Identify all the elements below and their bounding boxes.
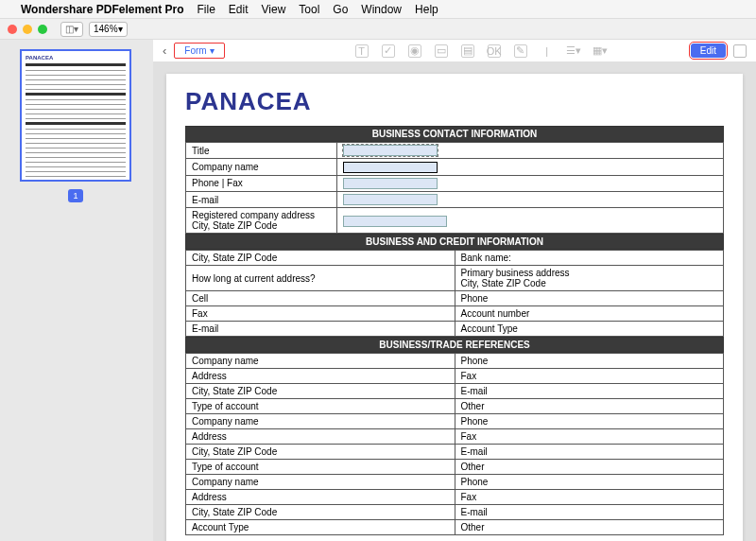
- maximize-window-button[interactable]: [38, 25, 47, 34]
- checkbox-tool-icon[interactable]: ✓: [382, 44, 395, 58]
- form-field-email[interactable]: [343, 194, 438, 205]
- document-canvas[interactable]: PANACEA BUSINESS CONTACT INFORMATION Tit…: [153, 62, 756, 541]
- separator: |: [541, 44, 554, 58]
- zoom-level[interactable]: 146% ▾: [89, 22, 128, 37]
- row-label-right: Phone: [455, 414, 724, 429]
- menu-file[interactable]: File: [198, 3, 215, 16]
- row-label: Title: [186, 143, 337, 159]
- row-label-left: Type of account: [186, 399, 455, 414]
- menu-go[interactable]: Go: [333, 3, 348, 16]
- row-label-left: Account Type: [186, 520, 455, 535]
- chevron-down-icon: ▾: [210, 45, 215, 56]
- row-label-right: E-mail: [455, 445, 724, 460]
- row-label-right: Fax: [455, 369, 724, 384]
- menubar: Wondershare PDFelement Pro File Edit Vie…: [0, 0, 756, 19]
- section-header: BUSINESS/TRADE REFERENCES: [185, 337, 724, 353]
- menu-tool[interactable]: Tool: [299, 3, 319, 16]
- row-label-left: Cell: [186, 291, 455, 306]
- app-name[interactable]: Wondershare PDFelement Pro: [21, 3, 184, 16]
- row-label-right: Fax: [455, 490, 724, 505]
- row-label-right: Primary business address City, State ZIP…: [455, 266, 724, 291]
- row-label-left: Company name: [186, 414, 455, 429]
- section1-table: Title Company name Phone | Fax E-mail Re…: [185, 142, 724, 234]
- section3-table: Company namePhoneAddressFaxCity, State Z…: [185, 353, 724, 535]
- pdf-page: PANACEA BUSINESS CONTACT INFORMATION Tit…: [166, 74, 743, 541]
- row-label-right: Bank name:: [455, 251, 724, 266]
- listbox-tool-icon[interactable]: ▤: [461, 44, 474, 58]
- row-label-left: City, State ZIP Code: [186, 505, 455, 520]
- menu-window[interactable]: Window: [361, 3, 402, 16]
- section-header: BUSINESS CONTACT INFORMATION: [185, 126, 724, 142]
- radio-tool-icon[interactable]: ◉: [408, 44, 421, 58]
- row-label-left: Address: [186, 490, 455, 505]
- menu-view[interactable]: View: [262, 3, 286, 16]
- row-label-right: Account Type: [455, 322, 724, 337]
- section-header: BUSINESS AND CREDIT INFORMATION: [185, 234, 724, 250]
- page-thumbnail[interactable]: PANACEA: [20, 49, 131, 182]
- signature-tool-icon[interactable]: ✎: [514, 44, 527, 58]
- row-label-left: City, State ZIP Code: [186, 445, 455, 460]
- row-label-right: Other: [455, 399, 724, 414]
- edit-button[interactable]: Edit: [691, 44, 726, 58]
- traffic-lights: [8, 25, 47, 34]
- button-tool-icon[interactable]: OK: [488, 44, 501, 58]
- row-label-right: Fax: [455, 429, 724, 445]
- form-field-phone[interactable]: [343, 178, 438, 189]
- section2-table: City, State ZIP CodeBank name:How long a…: [185, 250, 724, 337]
- row-label: Company name: [186, 159, 337, 175]
- form-field-company[interactable]: [343, 162, 438, 173]
- row-label: E-mail: [186, 192, 337, 208]
- row-label-right: Phone: [455, 354, 724, 369]
- panel-toggle-icon[interactable]: [733, 44, 747, 58]
- row-label-right: E-mail: [455, 505, 724, 520]
- row-label-right: Account number: [455, 306, 724, 322]
- minimize-window-button[interactable]: [23, 25, 32, 34]
- more-tool-icon[interactable]: ▦▾: [593, 44, 607, 58]
- page-number-badge[interactable]: 1: [68, 189, 83, 202]
- row-label-right: Other: [455, 460, 724, 475]
- form-field-tools: T ✓ ◉ ▭ ▤ OK ✎ | ☰▾ ▦▾: [355, 44, 607, 58]
- thumbnail-sidebar: PANACEA 1: [0, 40, 151, 541]
- row-label-right: Other: [455, 520, 724, 535]
- window-toolbar: ◫▾ 146% ▾: [0, 19, 756, 40]
- row-label: Phone | Fax: [186, 175, 337, 191]
- doc-title: PANACEA: [185, 87, 724, 116]
- form-dropdown-button[interactable]: Form▾: [174, 43, 224, 59]
- row-label-left: Fax: [186, 306, 455, 322]
- row-label-right: Phone: [455, 291, 724, 306]
- back-button[interactable]: ‹: [163, 44, 166, 58]
- row-label-left: E-mail: [186, 322, 455, 337]
- form-field-title[interactable]: [343, 145, 438, 156]
- row-label-right: Phone: [455, 475, 724, 490]
- row-label-left: Company name: [186, 354, 455, 369]
- row-label-left: Type of account: [186, 460, 455, 475]
- menu-edit[interactable]: Edit: [229, 3, 249, 16]
- row-label-left: Address: [186, 429, 455, 445]
- row-label: Registered company address City, State Z…: [186, 208, 337, 234]
- form-field-address[interactable]: [343, 216, 447, 227]
- menu-help[interactable]: Help: [415, 3, 438, 16]
- row-label-right: E-mail: [455, 384, 724, 399]
- text-field-tool-icon[interactable]: T: [355, 44, 369, 58]
- close-window-button[interactable]: [8, 25, 17, 34]
- row-label-left: Address: [186, 369, 455, 384]
- layout-toggle-button[interactable]: ◫▾: [60, 22, 83, 37]
- row-label-left: Company name: [186, 475, 455, 490]
- align-tool-icon[interactable]: ☰▾: [567, 44, 580, 58]
- row-label-left: City, State ZIP Code: [186, 251, 455, 266]
- row-label-left: How long at current address?: [186, 266, 455, 291]
- form-toolbar: ‹ Form▾ T ✓ ◉ ▭ ▤ OK ✎ | ☰▾ ▦▾ Edit: [153, 40, 756, 62]
- combobox-tool-icon[interactable]: ▭: [435, 44, 448, 58]
- row-label-left: City, State ZIP Code: [186, 384, 455, 399]
